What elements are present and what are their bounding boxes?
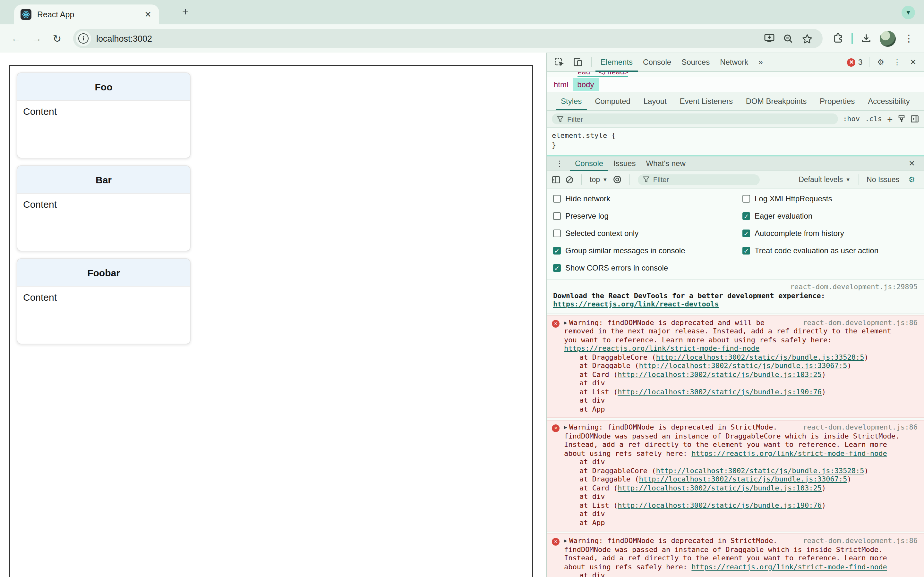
console-setting-autocomplete-from-history[interactable]: ✓Autocomplete from history xyxy=(742,229,918,238)
disclosure-triangle-icon[interactable]: ▶ xyxy=(564,318,567,327)
console-warning-message[interactable]: ✕▶Warning: findDOMNode is deprecated in … xyxy=(547,533,924,577)
format-brush-icon[interactable] xyxy=(898,115,905,123)
devtools-tab-console[interactable]: Console xyxy=(638,53,676,71)
console-warning-message[interactable]: ✕▶Warning: findDOMNode is deprecated in … xyxy=(547,420,924,532)
toggle-cls-button[interactable]: .cls xyxy=(865,115,882,123)
device-toolbar-icon[interactable] xyxy=(569,58,587,67)
checked-checkbox-icon[interactable]: ✓ xyxy=(742,212,750,220)
card-foobar[interactable]: FoobarContent xyxy=(17,258,191,344)
disclosure-triangle-icon[interactable]: ▶ xyxy=(564,537,567,545)
issues-counter[interactable]: No Issues xyxy=(867,176,899,183)
drawer-close-icon[interactable]: ✕ xyxy=(905,159,919,168)
warning-doc-link[interactable]: https://reactjs.org/link/strict-mode-fin… xyxy=(691,449,887,458)
console-levels-dropdown[interactable]: Default levels▼ xyxy=(798,176,851,183)
styles-tab-dom-breakpoints[interactable]: DOM Breakpoints xyxy=(741,92,812,110)
url-text[interactable]: localhost:3002 xyxy=(96,34,764,43)
card-bar[interactable]: BarContent xyxy=(17,165,191,251)
tab-search-chevron-icon[interactable]: ▾ xyxy=(901,6,915,19)
clipped-head-node[interactable]: ead </head> xyxy=(577,72,628,77)
stack-source-link[interactable]: http://localhost:3002/static/js/bundle.j… xyxy=(656,466,864,475)
disclosure-triangle-icon[interactable]: ▶ xyxy=(564,423,567,432)
checked-checkbox-icon[interactable]: ✓ xyxy=(553,247,561,255)
console-setting-treat-code-evaluation-as-user-action[interactable]: ✓Treat code evaluation as user action xyxy=(742,246,918,255)
devtools-close-icon[interactable]: ✕ xyxy=(906,58,920,67)
inspect-element-icon[interactable] xyxy=(551,57,568,67)
styles-tab-computed[interactable]: Computed xyxy=(590,92,636,110)
element-style-editor[interactable]: element.style { } xyxy=(547,127,924,156)
new-tab-button[interactable]: + xyxy=(182,6,189,19)
react-devtools-link[interactable]: https://reactjs.org/link/react-devtools xyxy=(553,300,719,308)
checked-checkbox-icon[interactable]: ✓ xyxy=(742,229,750,237)
reload-button[interactable]: ↻ xyxy=(49,30,65,47)
unchecked-checkbox-icon[interactable] xyxy=(742,195,750,203)
console-setting-selected-context-only[interactable]: Selected context only xyxy=(553,229,742,238)
console-info-message[interactable]: react-dom.development.js:29895 Download … xyxy=(547,280,924,313)
site-info-icon[interactable]: i xyxy=(76,31,91,46)
extensions-puzzle-icon[interactable] xyxy=(833,33,843,44)
message-source-link[interactable]: react-dom.development.js:29895 xyxy=(790,283,918,292)
console-settings-gear-icon[interactable]: ⚙ xyxy=(905,175,919,184)
bookmark-star-icon[interactable] xyxy=(802,34,813,43)
live-expression-eye-icon[interactable] xyxy=(613,175,622,184)
back-button[interactable]: ← xyxy=(8,30,24,47)
install-app-icon[interactable] xyxy=(764,34,774,43)
message-source-link[interactable]: react-dom.development.js:86 xyxy=(795,537,918,545)
console-context-dropdown[interactable]: top▼ xyxy=(590,176,607,183)
browser-tab[interactable]: React App ✕ xyxy=(14,5,159,24)
dock-sidebar-icon[interactable] xyxy=(911,115,919,123)
clear-console-icon[interactable] xyxy=(565,175,573,184)
styles-tab-layout[interactable]: Layout xyxy=(638,92,672,110)
console-setting-hide-network[interactable]: Hide network xyxy=(553,194,742,203)
message-source-link[interactable]: react-dom.development.js:86 xyxy=(795,423,918,432)
browser-menu-icon[interactable]: ⋮ xyxy=(904,33,914,44)
console-setting-group-similar-messages-in-console[interactable]: ✓Group similar messages in console xyxy=(553,246,742,255)
card-foo[interactable]: FooContent xyxy=(17,73,191,158)
warning-doc-link[interactable]: https://reactjs.org/link/strict-mode-fin… xyxy=(691,562,887,571)
address-bar[interactable]: i localhost:3002 xyxy=(73,29,822,48)
stack-source-link[interactable]: http://localhost:3002/static/js/bundle.j… xyxy=(618,484,822,492)
unchecked-checkbox-icon[interactable] xyxy=(553,212,561,220)
breadcrumb-body[interactable]: body xyxy=(573,78,598,91)
styles-tab-properties[interactable]: Properties xyxy=(814,92,860,110)
devtools-settings-gear-icon[interactable]: ⚙ xyxy=(873,58,888,67)
console-setting-eager-evaluation[interactable]: ✓Eager evaluation xyxy=(742,211,918,221)
forward-button[interactable]: → xyxy=(28,30,45,47)
console-sidebar-toggle-icon[interactable] xyxy=(552,175,560,184)
checked-checkbox-icon[interactable]: ✓ xyxy=(553,264,561,272)
stack-source-link[interactable]: http://localhost:3002/static/js/bundle.j… xyxy=(618,370,822,379)
drawer-tab-what-s-new[interactable]: What's new xyxy=(641,156,690,171)
close-tab-icon[interactable]: ✕ xyxy=(143,10,153,19)
styles-tab-accessibility[interactable]: Accessibility xyxy=(863,92,915,110)
console-filter-input[interactable]: Filter xyxy=(638,174,760,185)
devtools-tab-sources[interactable]: Sources xyxy=(676,53,715,71)
console-error-badge[interactable]: ✕ 3 xyxy=(847,58,863,67)
zoom-out-icon[interactable] xyxy=(783,34,793,43)
console-setting-log-xmlhttprequests[interactable]: Log XMLHttpRequests xyxy=(742,194,918,203)
profile-avatar[interactable] xyxy=(880,31,896,47)
drawer-menu-icon[interactable]: ⋮ xyxy=(552,159,567,168)
new-style-rule-button[interactable]: + xyxy=(887,114,893,124)
breadcrumb-html[interactable]: html xyxy=(549,78,573,91)
devtools-menu-icon[interactable]: ⋮ xyxy=(889,58,905,67)
checked-checkbox-icon[interactable]: ✓ xyxy=(742,247,750,255)
styles-tab-event-listeners[interactable]: Event Listeners xyxy=(675,92,738,110)
drawer-tab-console[interactable]: Console xyxy=(570,156,608,171)
stack-source-link[interactable]: http://localhost:3002/static/js/bundle.j… xyxy=(618,388,822,396)
drawer-tab-issues[interactable]: Issues xyxy=(608,156,641,171)
styles-tab-styles[interactable]: Styles xyxy=(556,92,587,110)
stack-source-link[interactable]: http://localhost:3002/static/js/bundle.j… xyxy=(639,362,847,370)
warning-doc-link[interactable]: https://reactjs.org/link/strict-mode-fin… xyxy=(564,344,759,353)
stack-source-link[interactable]: http://localhost:3002/static/js/bundle.j… xyxy=(656,353,864,361)
devtools-tab-network[interactable]: Network xyxy=(715,53,753,71)
devtools-tab-elements[interactable]: Elements xyxy=(596,53,638,71)
devtools-tab-[interactable]: » xyxy=(753,53,768,71)
message-source-link[interactable]: react-dom.development.js:86 xyxy=(795,318,918,327)
console-setting-show-cors-errors-in-console[interactable]: ✓Show CORS errors in console xyxy=(553,263,742,272)
unchecked-checkbox-icon[interactable] xyxy=(553,229,561,237)
downloads-icon[interactable] xyxy=(861,33,871,44)
stack-source-link[interactable]: http://localhost:3002/static/js/bundle.j… xyxy=(618,501,822,509)
styles-filter-input[interactable]: Filter xyxy=(552,113,838,124)
unchecked-checkbox-icon[interactable] xyxy=(553,195,561,203)
stack-source-link[interactable]: http://localhost:3002/static/js/bundle.j… xyxy=(639,475,847,484)
console-setting-preserve-log[interactable]: Preserve log xyxy=(553,211,742,221)
